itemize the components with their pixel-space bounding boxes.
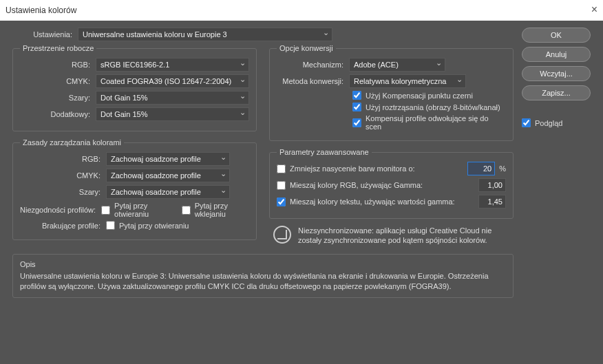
ws-gray-label: Szary: bbox=[20, 94, 96, 102]
settings-select[interactable]: Uniwersalne ustawienia koloru w Europie … bbox=[78, 28, 332, 41]
cv-bpc-chk[interactable]: Użyj Kompensacji punktu czerni bbox=[352, 91, 473, 100]
adv-blendtext-input[interactable] bbox=[478, 195, 506, 208]
save-button[interactable]: Zapisz... bbox=[522, 85, 591, 100]
adv-blendtext-chk[interactable]: Mieszaj kolory tekstu, używając wartości… bbox=[277, 197, 478, 206]
mg-rgb-select[interactable]: Zachowaj osadzone profile bbox=[106, 152, 230, 166]
adv-desat-input[interactable] bbox=[467, 162, 495, 175]
management-group: Zasady zarządzania kolorami RGB:Zachowaj… bbox=[12, 138, 257, 240]
mg-gray-select[interactable]: Zachowaj osadzone profile bbox=[106, 185, 230, 199]
ws-rgb-label: RGB: bbox=[20, 61, 96, 69]
titlebar: Ustawienia kolorów × bbox=[0, 0, 603, 21]
description-legend: Opis bbox=[20, 260, 506, 268]
cancel-button[interactable]: Anuluj bbox=[522, 47, 591, 62]
conversion-legend: Opcje konwersji bbox=[277, 44, 336, 52]
adv-desat-chk[interactable]: Zmniejsz nasycenie barw monitora o: bbox=[277, 164, 467, 173]
mg-mismatch-label: Niezgodności profilów: bbox=[20, 206, 101, 214]
adv-blendrgb-input[interactable] bbox=[478, 178, 506, 192]
ws-spot-select[interactable]: Dot Gain 15% bbox=[96, 107, 249, 121]
conversion-group: Opcje konwersji Mechanizm:Adobe (ACE) Me… bbox=[269, 44, 514, 141]
sync-warning: Niezsynchronizowane: aplikacje usługi Cr… bbox=[269, 226, 514, 246]
advanced-group: Parametry zaawansowane Zmniejsz nasyceni… bbox=[269, 148, 514, 219]
ws-cmyk-select[interactable]: Coated FOGRA39 (ISO 12647-2:2004) bbox=[96, 74, 249, 88]
cv-scene-chk[interactable]: Kompensuj profile odwołujące się do scen bbox=[352, 114, 506, 131]
advanced-legend: Parametry zaawansowane bbox=[277, 148, 372, 156]
workspaces-legend: Przestrzenie robocze bbox=[20, 44, 96, 52]
sync-text: Niezsynchronizowane: aplikacje usługi Cr… bbox=[298, 226, 509, 246]
mg-missing-label: Brakujące profile: bbox=[20, 222, 106, 230]
ws-spot-label: Dodatkowy: bbox=[20, 110, 96, 118]
settings-label: Ustawienia: bbox=[12, 30, 78, 39]
ws-cmyk-label: CMYK: bbox=[20, 77, 96, 85]
description-group: Opis Uniwersalne ustawienia koloru w Eur… bbox=[12, 254, 514, 298]
mg-rgb-label: RGB: bbox=[20, 155, 106, 163]
mismatch-paste-chk[interactable]: Pytaj przy wklejaniu bbox=[182, 202, 249, 218]
cv-method-select[interactable]: Relatywna kolorymetryczna bbox=[349, 74, 466, 88]
management-legend: Zasady zarządzania kolorami bbox=[20, 138, 124, 147]
description-text: Uniwersalne ustawienia koloru w Europie … bbox=[20, 271, 506, 292]
percent-label: % bbox=[499, 164, 506, 173]
load-button[interactable]: Wczytaj... bbox=[522, 66, 591, 81]
mg-cmyk-label: CMYK: bbox=[20, 171, 106, 180]
mg-gray-label: Szary: bbox=[20, 188, 106, 196]
workspaces-group: Przestrzenie robocze RGB:sRGB IEC61966-2… bbox=[12, 44, 257, 131]
adv-blendrgb-chk[interactable]: Mieszaj kolory RGB, używając Gamma: bbox=[277, 181, 478, 190]
sync-icon bbox=[273, 226, 291, 244]
close-icon[interactable]: × bbox=[591, 3, 597, 16]
ws-rgb-select[interactable]: sRGB IEC61966-2.1 bbox=[96, 58, 249, 72]
cv-engine-select[interactable]: Adobe (ACE) bbox=[349, 58, 445, 72]
cv-dither-chk[interactable]: Użyj roztrząsania (obrazy 8-bitów/kanał) bbox=[352, 103, 500, 111]
mg-cmyk-select[interactable]: Zachowaj osadzone profile bbox=[106, 169, 230, 182]
preview-chk[interactable]: Podgląd bbox=[522, 118, 591, 127]
window-title: Ustawienia kolorów bbox=[6, 6, 76, 15]
ok-button[interactable]: OK bbox=[522, 28, 591, 43]
mismatch-open-chk[interactable]: Pytaj przy otwieraniu bbox=[101, 202, 172, 218]
cv-engine-label: Mechanizm: bbox=[277, 61, 349, 69]
ws-gray-select[interactable]: Dot Gain 15% bbox=[96, 91, 249, 105]
cv-method-label: Metoda konwersji: bbox=[277, 77, 349, 85]
missing-open-chk[interactable]: Pytaj przy otwieraniu bbox=[106, 221, 189, 230]
